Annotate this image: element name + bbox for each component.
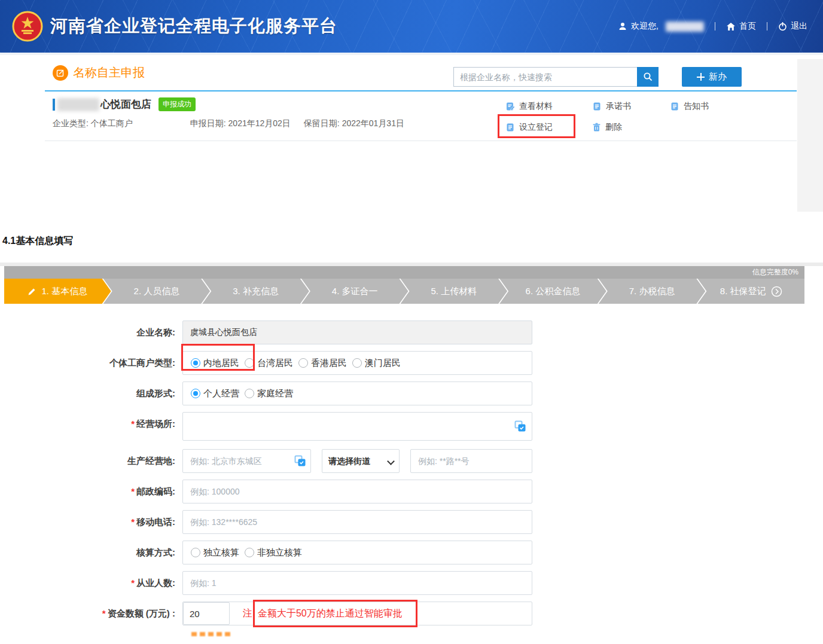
accounting-radio-group: 独立核算 非独立核算: [182, 541, 532, 564]
radio-icon: [191, 358, 200, 368]
new-application-button[interactable]: 新办: [682, 67, 742, 87]
section-divider: [45, 90, 797, 91]
field-employees: *从业人数:: [0, 571, 823, 595]
radio-hongkong-resident[interactable]: 香港居民: [298, 358, 347, 369]
search-input[interactable]: [453, 67, 637, 87]
company-name-input[interactable]: [182, 321, 532, 344]
field-capital: *资金数额 (万元) : 注: 金额大于50万的禁止通过智能审批: [0, 602, 823, 625]
basic-info-form: 企业名称: 个体工商户类型: 内地居民 台湾居民 香港居民: [0, 321, 823, 625]
step-upload-materials[interactable]: 5. 上传材料: [401, 279, 508, 304]
radio-icon: [352, 358, 362, 368]
doc-icon: [670, 102, 679, 111]
field-accounting: 核算方式: 独立核算 非独立核算: [0, 541, 823, 564]
establish-register-link[interactable]: 设立登记: [505, 122, 592, 133]
notification-letter-link[interactable]: 告知书: [670, 101, 709, 112]
doc-icon: [592, 102, 602, 111]
search-button[interactable]: [637, 67, 659, 87]
wizard-steps: 1. 基本信息 2. 人员信息 3. 补充信息 4. 多证合一 5. 上传材料 …: [4, 279, 804, 304]
step-tax-info[interactable]: 7. 办税信息: [599, 279, 706, 304]
radio-icon: [245, 548, 254, 557]
divider: [715, 22, 715, 30]
field-label: 组成形式:: [0, 381, 182, 405]
name-declaration-panel: 名称自主申报 新办 心悦面包店 申报成功 企业类型: 个体工商户 申报日期: 2…: [0, 53, 823, 215]
field-business-place: *经营场所:: [0, 412, 823, 441]
street-select[interactable]: 请选择街道: [322, 449, 400, 473]
radio-taiwan-resident[interactable]: 台湾居民: [245, 358, 293, 369]
company-type: 企业类型: 个体工商户: [53, 118, 133, 129]
street-select-wrapper: 请选择街道: [322, 449, 400, 473]
field-postal-code: *邮政编码:: [0, 480, 823, 503]
radio-independent-accounting[interactable]: 独立核算: [191, 547, 239, 558]
radio-icon: [245, 389, 254, 398]
commitment-letter-link[interactable]: 承诺书: [592, 101, 670, 112]
step-basic-info[interactable]: 1. 基本信息: [4, 279, 111, 304]
mobile-phone-input[interactable]: [182, 510, 532, 534]
area-picker-icon[interactable]: [294, 455, 306, 467]
section-title: 名称自主申报: [53, 65, 145, 81]
required-asterisk: *: [131, 517, 135, 527]
radio-icon: [191, 389, 200, 398]
welcome-area: 欢迎您,: [618, 21, 704, 32]
app-header: 河南省企业登记全程电子化服务平台 欢迎您, 首页 退出: [0, 0, 823, 53]
declaration-item-header: 心悦面包店 申报成功: [53, 97, 196, 111]
capital-input[interactable]: [183, 602, 230, 625]
address-picker-icon[interactable]: [514, 420, 526, 432]
registration-wizard: 信息完整度0% 1. 基本信息 2. 人员信息 3. 补充信息 4. 多证合一 …: [0, 263, 823, 304]
composition-radio-group: 个人经营 家庭经营: [182, 381, 532, 405]
detail-address-input[interactable]: [410, 449, 532, 473]
delete-link[interactable]: 删除: [592, 122, 670, 133]
step-multi-cert[interactable]: 4. 多证合一: [301, 279, 409, 304]
radio-macau-resident[interactable]: 澳门居民: [352, 358, 401, 369]
declare-edit-icon: [53, 65, 68, 81]
field-label: *移动电话:: [0, 510, 182, 534]
nav-home-link[interactable]: 首页: [726, 21, 756, 32]
doc-section-heading: 4.1基本信息填写: [2, 235, 823, 248]
radio-icon: [191, 548, 200, 557]
user-icon: [618, 22, 627, 31]
step-personnel-info[interactable]: 2. 人员信息: [103, 279, 211, 304]
radio-individual-operation[interactable]: 个人经营: [191, 388, 239, 399]
pencil-icon: [28, 287, 36, 296]
radio-non-independent-accounting[interactable]: 非独立核算: [245, 547, 302, 558]
view-materials-link[interactable]: 查看材料: [505, 101, 592, 112]
field-household-type: 个体工商户类型: 内地居民 台湾居民 香港居民 澳门居民: [0, 351, 823, 375]
radio-icon: [245, 358, 254, 368]
employees-input[interactable]: [182, 571, 532, 595]
step-social-security[interactable]: 8. 社保登记: [697, 279, 804, 304]
search-icon: [643, 72, 653, 82]
page-side-gutter: [797, 59, 823, 212]
header-user-area: 欢迎您, 首页 退出: [618, 21, 807, 32]
item-actions: 查看材料 承诺书 告知书 设立登记: [505, 101, 709, 133]
welcome-label: 欢迎您,: [631, 21, 659, 32]
declaration-item-meta: 企业类型: 个体工商户 申报日期: 2021年12月02日 保留日期: 2022…: [53, 118, 404, 129]
divider: [767, 22, 767, 30]
redacted-username: [666, 22, 704, 32]
quick-search: [453, 67, 659, 87]
cropped-content-remnant: [191, 632, 232, 636]
radio-family-operation[interactable]: 家庭经营: [245, 388, 293, 399]
required-asterisk: *: [131, 419, 135, 429]
required-asterisk: *: [131, 578, 135, 588]
power-icon: [778, 22, 787, 31]
list-divider: [45, 141, 797, 141]
trash-icon: [592, 123, 601, 132]
plus-icon: [697, 73, 705, 81]
name-accent-bar: [53, 99, 55, 111]
step-housing-fund[interactable]: 6. 公积金信息: [499, 279, 606, 304]
field-label: 生产经营地:: [0, 449, 182, 473]
capital-warning-note: 注: 金额大于50万的禁止通过智能审批: [243, 608, 403, 620]
postal-code-input[interactable]: [182, 480, 532, 503]
field-mobile-phone: *移动电话:: [0, 510, 823, 534]
step-supplement-info[interactable]: 3. 补充信息: [202, 279, 309, 304]
radio-mainland-resident[interactable]: 内地居民: [191, 358, 239, 369]
chevron-right-circle-icon: [771, 286, 782, 297]
status-badge: 申报成功: [158, 97, 196, 111]
radio-icon: [298, 358, 308, 368]
company-name: 心悦面包店: [100, 97, 151, 111]
home-icon: [726, 22, 736, 31]
business-place-input[interactable]: [182, 412, 532, 441]
production-area-input[interactable]: [182, 449, 311, 473]
declare-date: 申报日期: 2021年12月02日: [190, 118, 291, 129]
nav-logout-link[interactable]: 退出: [778, 21, 807, 32]
page-title: 河南省企业登记全程电子化服务平台: [50, 14, 337, 38]
